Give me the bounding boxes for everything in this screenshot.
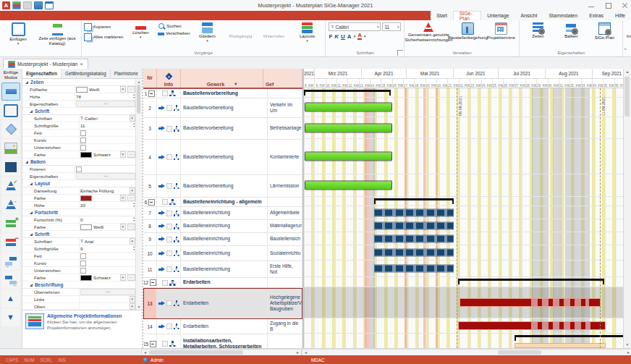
property-value[interactable] (79, 267, 136, 274)
property-value[interactable]: 20▲▼ (79, 202, 136, 208)
property-value[interactable] (79, 144, 136, 151)
property-value[interactable]: ▼··· (79, 195, 136, 201)
chevron-down-icon[interactable]: ▼ (130, 296, 135, 302)
property-section-fortschritt[interactable]: Fortschritt (22, 209, 136, 216)
scrollbar-thumb[interactable] (624, 77, 630, 117)
property-value[interactable]: ▼ (79, 296, 136, 302)
property-value[interactable] (79, 260, 136, 266)
indent-row-tool[interactable] (1, 252, 20, 270)
safety-cone-move-tool[interactable] (1, 195, 20, 213)
property-value[interactable]: Schwarz▼··· (79, 151, 136, 158)
plan-list-icon[interactable] (12, 1, 21, 9)
row-checkbox[interactable] (166, 237, 172, 242)
row-checkbox[interactable] (166, 323, 172, 329)
table-row[interactable]: 9BaustelleneinrichtungBaustellensich (143, 233, 302, 246)
ellipsis-button[interactable]: --- (80, 289, 135, 295)
property-value[interactable]: --- (75, 173, 136, 179)
property-section-beschriftung[interactable]: Beschriftung (22, 282, 136, 289)
blue-bar[interactable] (374, 234, 454, 242)
column-header-gewerk[interactable]: Gewerk ▾ (181, 69, 263, 88)
row-checkbox[interactable] (162, 280, 168, 286)
menu-tab-start[interactable]: Start (431, 11, 453, 20)
property-value[interactable]: Einfache Füllung▼ (79, 187, 136, 194)
summary-bar[interactable] (374, 198, 454, 200)
table-row[interactable]: 10BaustelleneinrichtungSozialeinrichtu (143, 246, 302, 261)
chevron-down-icon[interactable]: ▼ (130, 238, 135, 245)
baustellenbegehung-button[interactable]: Baustellenbegehung (451, 21, 484, 50)
property-value[interactable] (79, 130, 136, 136)
window-icon[interactable] (45, 1, 54, 9)
font-size-select[interactable]: 11▾ (382, 22, 401, 31)
blue-bar[interactable] (374, 249, 454, 257)
table-row[interactable]: 5BaustellenvorbereitungLärmemission (143, 175, 302, 198)
checkbox[interactable] (80, 253, 86, 259)
balken-button[interactable]: Balken (554, 21, 588, 50)
einfügen-button[interactable]: Einfügen▾ (1, 21, 35, 50)
checkbox[interactable] (76, 166, 82, 172)
properties-scrollbar[interactable]: ▲ ▼ (135, 79, 142, 310)
projekttermine-button[interactable]: Projekttermine (484, 21, 517, 50)
collapse-expander-icon[interactable] (150, 279, 156, 286)
insert-row-tool[interactable] (1, 214, 20, 232)
ellipsis-button[interactable]: --- (76, 173, 135, 179)
summary-bar[interactable] (458, 279, 604, 281)
row-checkbox[interactable] (166, 154, 172, 160)
scroll-up-icon[interactable]: ▲ (136, 79, 142, 85)
green-bar[interactable] (305, 152, 392, 161)
column-header-nr[interactable]: Nr (143, 69, 157, 88)
red-bar[interactable] (460, 298, 601, 307)
chevron-down-icon[interactable]: ▼ (130, 115, 135, 122)
italic-button[interactable]: K (334, 33, 339, 40)
document-tab-close-icon[interactable]: × (80, 61, 83, 67)
menu-tab-hilfe[interactable]: Hilfe (609, 11, 631, 20)
property-value[interactable]: TCalibri▼ (79, 115, 136, 122)
column-header-info[interactable]: Info (157, 69, 181, 88)
chevron-down-icon[interactable]: ▾ (354, 34, 356, 38)
row-checkbox[interactable] (162, 341, 168, 347)
green-bar[interactable] (305, 103, 392, 112)
menu-tab-sige-plan[interactable]: SiGe-Plan (453, 11, 481, 20)
table-row[interactable]: 2BaustellenvorbereitungVerkehr im Um (143, 98, 302, 118)
checkbox[interactable] (80, 145, 86, 151)
more-button[interactable]: ··· (127, 224, 135, 230)
property-section-balken[interactable]: Balken (22, 158, 136, 166)
ellipsis-button[interactable]: --- (76, 101, 135, 107)
property-value[interactable]: Weiß▼··· (79, 224, 136, 230)
table-row[interactable]: 8BaustelleneinrichtungMateriallagerun (143, 220, 302, 233)
collapse-expander-icon[interactable] (148, 199, 155, 206)
zeile-einfügen-aus-katalog--button[interactable]: Zeile einfügen (aus Katalog) (35, 21, 80, 50)
tab-eigenschaften[interactable]: Eigenschaften (22, 69, 62, 78)
table-row[interactable]: 7BaustelleneinrichtungAllgemeinbele (143, 207, 302, 220)
gemeinsam-genutzte-sicherheitseinrichtungen-button[interactable]: Gemeinsam genutzte Sicherheitseinrichtun… (406, 21, 451, 50)
property-value[interactable]: TArial▼ (79, 238, 136, 245)
property-section-layout[interactable]: Layout (22, 180, 136, 187)
chevron-down-icon[interactable]: ▼ (120, 86, 126, 93)
table-row[interactable]: 11BaustelleneinrichtungErste Hilfe, Not (143, 261, 302, 278)
blue-bar[interactable] (374, 208, 454, 216)
summary-bar-tool[interactable] (1, 158, 20, 176)
chevron-down-icon[interactable]: ▼ (120, 195, 126, 201)
sort-arrow-icon[interactable]: ▾ (234, 81, 237, 87)
property-value[interactable] (79, 253, 136, 259)
blue-bar[interactable] (374, 265, 454, 273)
green-bar[interactable] (305, 123, 392, 132)
app-logo-icon[interactable]: A (2, 1, 10, 9)
row-checkbox[interactable] (166, 250, 172, 256)
row-checkbox[interactable] (166, 266, 172, 272)
move-up-tool[interactable] (1, 289, 20, 308)
row-checkbox[interactable] (166, 211, 172, 216)
im-exportieren-button[interactable]: Im-/Exportieren▾ (624, 21, 631, 50)
property-value[interactable]: ▼ (79, 303, 136, 310)
löschen-button[interactable]: Löschen▾ (124, 21, 157, 50)
outdent-row-tool[interactable] (1, 271, 20, 289)
table-row[interactable]: 6Baustelleneinrichtung - allgemein (143, 198, 302, 207)
more-button[interactable]: ··· (127, 195, 135, 201)
font-family-select[interactable]: TCalibri▾ (329, 22, 381, 31)
verschieben-button[interactable]: Verschieben (158, 31, 190, 35)
sige-plan-button[interactable]: SiGe-Plan (588, 21, 621, 50)
scroll-up-icon[interactable]: ▲ (624, 69, 631, 75)
maximize-button[interactable] (605, 2, 611, 9)
row-checkbox[interactable] (166, 105, 172, 111)
close-button[interactable] (622, 2, 628, 9)
property-value[interactable]: Schwarz▼··· (79, 274, 136, 281)
